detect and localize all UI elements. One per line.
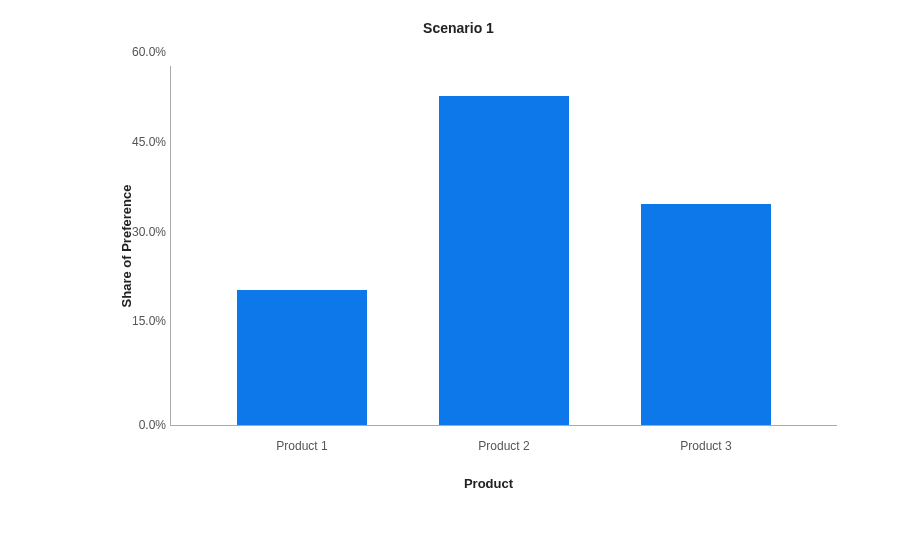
y-axis-label: Share of Preference [119,185,134,308]
bar-product-2 [439,96,569,425]
chart-title: Scenario 1 [60,20,857,36]
bar-product-1 [237,290,367,425]
y-tick-1: 15.0% [121,314,166,328]
y-tick-2: 30.0% [121,225,166,239]
bar-product-3 [641,204,771,425]
y-tick-3: 45.0% [121,135,166,149]
bar-slot-0: Product 1 [201,66,403,425]
y-tick-4: 60.0% [121,45,166,59]
bar-slot-1: Product 2 [403,66,605,425]
x-axis-label: Product [120,476,857,491]
plot-region: Share of Preference 0.0% 15.0% 30.0% 45.… [120,66,837,426]
plot-area: 0.0% 15.0% 30.0% 45.0% 60.0% Product 1 P… [170,66,837,426]
bars-group: Product 1 Product 2 Product 3 [171,66,837,425]
x-tick-label-2: Product 3 [680,439,731,453]
x-tick-label-0: Product 1 [276,439,327,453]
x-tick-label-1: Product 2 [478,439,529,453]
chart-container: Scenario 1 Share of Preference 0.0% 15.0… [0,0,917,553]
bar-slot-2: Product 3 [605,66,807,425]
y-tick-0: 0.0% [121,418,166,432]
